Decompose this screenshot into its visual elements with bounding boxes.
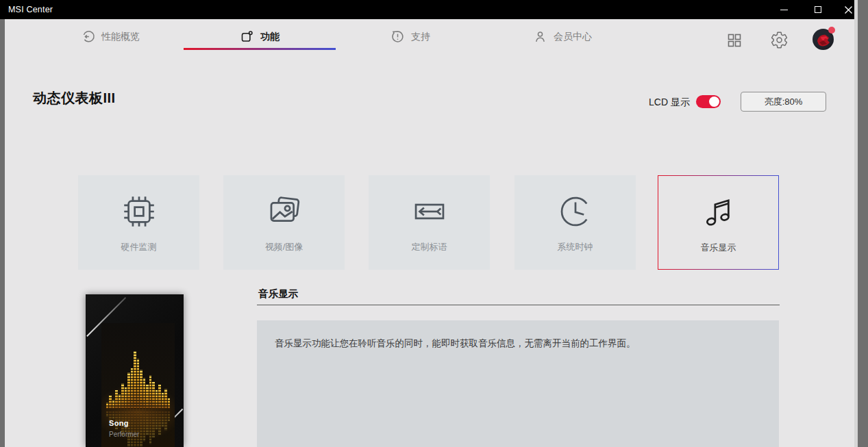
maximize-button[interactable] xyxy=(804,0,832,19)
card-label: 系统时钟 xyxy=(558,241,593,253)
gear-icon xyxy=(770,31,789,49)
desktop-edge-right xyxy=(858,0,868,447)
equalizer xyxy=(103,348,173,409)
performer-name: Performer xyxy=(109,431,139,438)
msi-center-window: MSI Center 性能概览 功能 支持 会员中心 xyxy=(0,0,868,447)
detail-divider xyxy=(257,305,780,305)
desktop-edge-left xyxy=(0,19,5,447)
lcd-screen-preview: Song Performer xyxy=(101,323,175,447)
music-display-icon xyxy=(699,192,739,232)
song-title: Song xyxy=(109,419,129,427)
card-system-clock[interactable]: 系统时钟 xyxy=(514,175,636,270)
tab-label: 支持 xyxy=(411,31,430,43)
notification-dot xyxy=(828,27,835,34)
card-music-display[interactable]: 音乐显示 xyxy=(658,175,779,270)
active-tab-underline xyxy=(184,48,336,50)
card-video-image[interactable]: 视频/图像 xyxy=(223,175,345,270)
tab-performance-overview[interactable]: 性能概览 xyxy=(81,29,140,44)
card-label: 定制标语 xyxy=(412,241,447,253)
minimize-button[interactable] xyxy=(770,0,797,19)
user-avatar[interactable] xyxy=(813,29,834,50)
tab-label: 会员中心 xyxy=(554,31,592,43)
custom-banner-icon xyxy=(410,192,449,231)
minimize-icon xyxy=(780,10,788,10)
close-icon xyxy=(844,5,853,14)
tab-features[interactable]: 功能 xyxy=(240,29,280,44)
card-custom-banner[interactable]: 定制标语 xyxy=(369,175,490,270)
page-title: 动态仪表板III xyxy=(33,89,116,107)
toggle-knob xyxy=(709,97,719,107)
window-title: MSI Center xyxy=(8,5,53,14)
features-icon xyxy=(240,29,254,44)
system-clock-icon xyxy=(556,192,595,231)
music-display-preview: Song Performer xyxy=(86,294,184,447)
video-image-icon xyxy=(264,192,304,231)
lcd-display-label: LCD 显示 xyxy=(649,97,690,109)
card-label: 视频/图像 xyxy=(265,241,303,253)
member-icon xyxy=(533,29,547,44)
tab-label: 功能 xyxy=(260,31,280,43)
card-label: 硬件监测 xyxy=(121,241,157,253)
brightness-button[interactable]: 亮度:80% xyxy=(741,92,826,112)
settings-button[interactable] xyxy=(770,31,789,52)
cpu-chip-icon xyxy=(119,192,159,231)
titlebar: MSI Center xyxy=(0,0,854,19)
app-grid-button[interactable] xyxy=(726,32,743,51)
card-hardware-monitor[interactable]: 硬件监测 xyxy=(78,175,199,270)
tab-label: 性能概览 xyxy=(101,31,140,43)
detail-panel: 音乐显示功能让您在聆听音乐的同时，能即时获取音乐信息，无需离开当前的工作界面。 xyxy=(257,320,779,447)
detail-description: 音乐显示功能让您在聆听音乐的同时，能即时获取音乐信息，无需离开当前的工作界面。 xyxy=(257,320,779,350)
performance-gauge-icon xyxy=(81,29,95,44)
tab-member-center[interactable]: 会员中心 xyxy=(533,29,592,44)
grid-icon xyxy=(726,32,743,49)
detail-heading: 音乐显示 xyxy=(258,288,298,301)
support-icon xyxy=(390,29,405,44)
lcd-display-toggle[interactable] xyxy=(696,95,721,108)
card-label: 音乐显示 xyxy=(701,242,736,254)
tab-support[interactable]: 支持 xyxy=(390,29,430,44)
maximize-icon xyxy=(815,6,821,13)
